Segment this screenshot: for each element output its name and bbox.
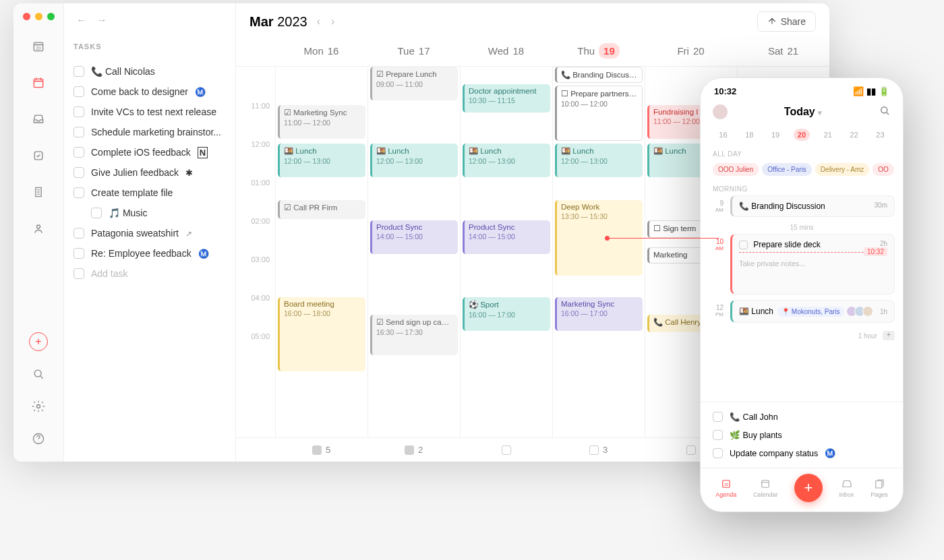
task-item[interactable]: Create template file [73, 183, 226, 203]
mobile-date[interactable]: 21 [820, 129, 836, 141]
task-checkbox[interactable] [73, 147, 84, 158]
calendar-event[interactable]: Marketing Sync16:00 — 17:00 [555, 297, 643, 331]
expand-gap[interactable]: + [883, 331, 895, 340]
mobile-task-checkbox[interactable] [713, 448, 723, 458]
maximize-window[interactable] [47, 13, 55, 20]
add-task[interactable]: Add task [73, 263, 226, 284]
nav-calendar-icon[interactable] [29, 73, 48, 92]
day-task-count[interactable]: 5 [275, 445, 367, 455]
all-day-pill[interactable]: OO [873, 163, 894, 176]
nav-tasks-icon[interactable] [29, 146, 48, 165]
all-day-pill[interactable]: Office - Paris [762, 163, 812, 176]
nav-today-icon[interactable]: 20 [29, 37, 48, 56]
forward-arrow-icon[interactable]: → [96, 14, 107, 26]
all-day-pill[interactable]: Delivery - Amz [815, 163, 869, 176]
mobile-tab-calendar[interactable]: Calendar [753, 478, 778, 498]
search-icon[interactable] [29, 365, 48, 383]
mobile-tab-agenda[interactable]: 20Agenda [715, 478, 736, 498]
calendar-event[interactable]: ☐ Prepare partnership agreement10:00 — 1… [555, 86, 643, 141]
mobile-date[interactable]: 19 [767, 129, 784, 141]
calendar-event[interactable]: Doctor appointment10:30 — 11:15 [463, 84, 550, 113]
next-week-icon[interactable]: › [331, 15, 334, 28]
mobile-tab-pages[interactable]: Pages [871, 478, 888, 498]
mobile-task[interactable]: 📞 Call John [713, 408, 891, 426]
mobile-event-lunch[interactable]: 🍱 Lunch 📍 Mokonuts, Paris 1h [730, 300, 895, 323]
task-checkbox[interactable] [91, 208, 102, 218]
day-task-count[interactable]: 3 [552, 445, 645, 455]
day-task-count[interactable]: 2 [367, 445, 460, 455]
mobile-task[interactable]: 🌿 Buy plants [713, 426, 891, 444]
task-item[interactable]: 📞 Call Nicolas [73, 61, 226, 82]
day-header[interactable]: Fri20 [645, 36, 737, 66]
calendar-event[interactable]: 🍱 Lunch12:00 — 13:00 [370, 144, 458, 177]
mobile-fab-add[interactable]: + [794, 474, 823, 502]
day-header[interactable]: Sat21 [737, 36, 829, 66]
day-task-count[interactable] [460, 445, 552, 455]
calendar-event[interactable]: ☑ Send sign up camapgin16:30 — 17:30 [370, 315, 458, 355]
task-item[interactable]: Patagonia sweatshirt↗ [73, 223, 226, 243]
task-checkbox[interactable] [73, 167, 84, 178]
task-checkbox[interactable] [73, 187, 84, 198]
mobile-tab-inbox[interactable]: Inbox [839, 478, 854, 498]
day-column-wed[interactable]: Doctor appointment10:30 — 11:15🍱 Lunch12… [460, 67, 552, 437]
calendar-event[interactable]: ☑ Prepare Lunch09:00 — 11:00 [370, 67, 458, 100]
mobile-date[interactable]: 18 [741, 129, 757, 141]
calendar-event[interactable]: Product Sync14:00 — 15:00 [463, 220, 550, 254]
mobile-search-icon[interactable] [879, 104, 891, 119]
task-checkbox[interactable] [73, 86, 84, 97]
task-item[interactable]: 🎵 Music [73, 203, 226, 223]
calendar-event[interactable]: Board meeting16:00 — 18:00 [278, 297, 365, 371]
calendar-event[interactable]: ☑ Call PR Firm [278, 200, 365, 219]
day-header[interactable]: Mon16 [275, 36, 367, 66]
day-column-mon[interactable]: ☑ Marketing Sync11:00 — 12:00🍱 Lunch12:0… [275, 67, 367, 437]
add-task-checkbox[interactable] [73, 268, 84, 279]
help-icon[interactable] [29, 429, 48, 448]
task-checkbox[interactable] [73, 66, 84, 77]
calendar-event[interactable]: 📞 Branding Discussio [555, 67, 643, 83]
task-item[interactable]: Invite VCs to test next release [73, 102, 226, 122]
slide-deck-checkbox[interactable] [739, 241, 748, 249]
calendar-event[interactable]: 🍱 Lunch12:00 — 13:00 [278, 144, 365, 177]
private-notes[interactable]: Take private notes... [739, 255, 887, 272]
share-button[interactable]: Share [757, 11, 816, 32]
calendar-event[interactable]: Product Sync14:00 — 15:00 [370, 220, 458, 254]
day-header[interactable]: Wed18 [460, 36, 552, 66]
mobile-date[interactable]: 23 [872, 129, 888, 141]
mobile-event-branding[interactable]: 📞 Branding Discussion 30m [730, 195, 895, 217]
mobile-title[interactable]: Today ▾ [784, 106, 822, 118]
mobile-task-checkbox[interactable] [713, 412, 723, 422]
task-checkbox[interactable] [73, 228, 84, 239]
prev-week-icon[interactable]: ‹ [317, 15, 320, 28]
mobile-date[interactable]: 16 [715, 129, 731, 141]
task-checkbox[interactable] [73, 127, 84, 137]
task-item[interactable]: Schedule marketing brainstor... [73, 122, 226, 142]
mobile-date[interactable]: 20 [794, 129, 810, 141]
add-button[interactable]: + [29, 332, 48, 351]
calendar-event[interactable]: 🍱 Lunch12:00 — 13:00 [555, 144, 643, 177]
day-header[interactable]: Thu19 [552, 36, 645, 66]
close-window[interactable] [23, 13, 30, 20]
minimize-window[interactable] [35, 13, 42, 20]
nav-notes-icon[interactable] [29, 183, 48, 201]
task-item[interactable]: Come back to designerⓂ️ [73, 82, 226, 102]
task-checkbox[interactable] [73, 106, 84, 117]
day-header[interactable]: Tue17 [367, 36, 460, 66]
mobile-event-slide-deck[interactable]: Prepare slide deck 2h 10:32 Take private… [730, 234, 895, 294]
nav-contacts-icon[interactable] [29, 219, 48, 238]
day-column-tue[interactable]: ☑ Prepare Lunch09:00 — 11:00🍱 Lunch12:00… [367, 67, 460, 437]
calendar-event[interactable]: ☑ Marketing Sync11:00 — 12:00 [278, 105, 365, 139]
nav-inbox-icon[interactable] [29, 110, 48, 129]
all-day-pill[interactable]: OOO Julien [713, 163, 759, 176]
mobile-date[interactable]: 22 [846, 129, 862, 141]
task-item[interactable]: Re: Employee feedbackⓂ️ [73, 243, 226, 263]
task-checkbox[interactable] [73, 248, 84, 259]
task-item[interactable]: Give Julien feedback✱ [73, 162, 226, 183]
mobile-task[interactable]: Update company statusⓂ️ [713, 444, 891, 462]
mobile-task-checkbox[interactable] [713, 430, 723, 440]
settings-icon[interactable] [29, 397, 48, 416]
mobile-avatar[interactable] [713, 104, 728, 119]
back-arrow-icon[interactable]: ← [76, 14, 87, 26]
calendar-event[interactable]: ⚽ Sport16:00 — 17:00 [463, 297, 550, 331]
day-column-thu[interactable]: 📞 Branding Discussio☐ Prepare partnershi… [552, 67, 645, 437]
task-item[interactable]: Complete iOS feedbackN [73, 142, 226, 162]
